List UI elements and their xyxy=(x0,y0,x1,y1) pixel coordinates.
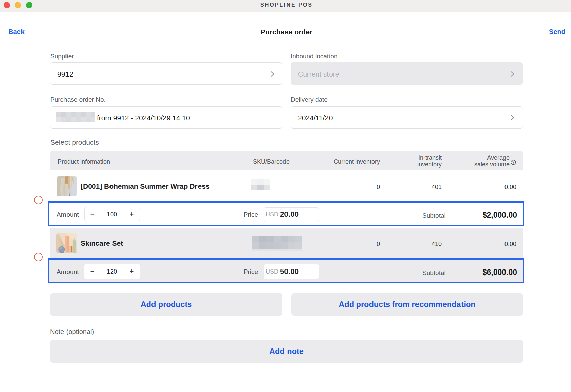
svg-text:?: ? xyxy=(512,160,514,164)
